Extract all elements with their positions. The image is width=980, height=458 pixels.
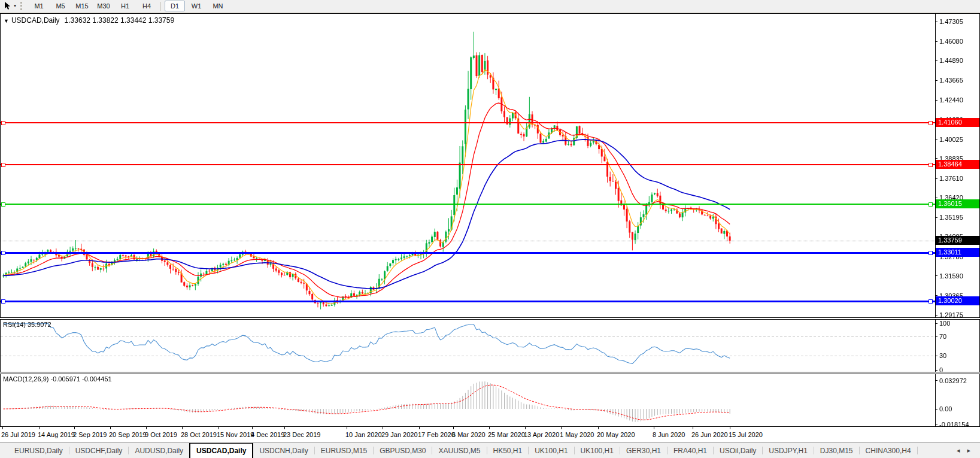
price-line-right-handle[interactable] bbox=[929, 121, 933, 125]
price-line-right-handle[interactable] bbox=[929, 163, 933, 167]
price-lines-layer: 1.410601.384641.360151.330111.300201.337… bbox=[1, 14, 979, 317]
timeframe-group: M1M5M15M30H1H4D1W1MN bbox=[28, 1, 229, 11]
macd-tick: 0.00 bbox=[935, 405, 952, 413]
rsi-canvas[interactable] bbox=[1, 320, 935, 371]
date-tick bbox=[74, 427, 75, 429]
date-label: 10 Jan 2020 bbox=[345, 431, 382, 438]
current-price-line bbox=[1, 241, 935, 241]
rsi-tick: 70 bbox=[935, 332, 946, 341]
tab-usdchf-daily[interactable]: USDCHF,Daily bbox=[69, 443, 129, 458]
timeframe-button-h4[interactable]: H4 bbox=[136, 1, 157, 11]
price-line-right-handle[interactable] bbox=[929, 251, 933, 255]
date-label: 1 May 2020 bbox=[560, 431, 594, 438]
price-line-1.41060[interactable] bbox=[1, 122, 935, 123]
price-line-1.36015[interactable] bbox=[1, 204, 935, 205]
date-label: 20 May 2020 bbox=[597, 431, 635, 438]
date-tick bbox=[383, 427, 383, 429]
chart-symbol: USDCAD,Daily bbox=[11, 16, 60, 25]
tab-dj30-m15[interactable]: DJ30,M15 bbox=[814, 443, 859, 458]
date-tick bbox=[654, 427, 654, 429]
price-line-1.30020[interactable] bbox=[1, 301, 935, 302]
price-line-1.38464[interactable] bbox=[1, 164, 935, 165]
tick-label: 0.00 bbox=[939, 405, 952, 412]
date-tick bbox=[146, 427, 147, 429]
chart-ohlc-values: 1.33632 1.33822 1.33442 1.33759 bbox=[65, 16, 175, 25]
toolbar-separator bbox=[160, 2, 161, 11]
date-tick bbox=[39, 427, 40, 429]
tab-usdcad-daily[interactable]: USDCAD,Daily bbox=[189, 443, 253, 458]
date-label: 2 Sep 2019 bbox=[73, 431, 107, 438]
toolbar-drag-handle[interactable] bbox=[20, 2, 24, 10]
tab-eurusd-daily[interactable]: EURUSD,Daily bbox=[8, 443, 69, 458]
date-tick bbox=[489, 427, 490, 429]
macd-panel: 0.0329720.00-0.018154 MACD(12,26,9) -0.0… bbox=[0, 374, 980, 427]
cursor-tool-icon[interactable] bbox=[2, 1, 14, 11]
tab-usoil-daily[interactable]: USOil,Daily bbox=[714, 443, 762, 458]
rsi-tick: 30 bbox=[935, 351, 946, 360]
date-label: 17 Feb 2020 bbox=[418, 431, 455, 438]
tick-label: 100 bbox=[939, 320, 950, 327]
date-label: 15 Jul 2020 bbox=[729, 431, 763, 438]
tick-label: 0.032972 bbox=[939, 377, 967, 384]
timeframe-button-m1[interactable]: M1 bbox=[29, 1, 49, 11]
date-axis: 26 Jul 201914 Aug 20192 Sep 201920 Sep 2… bbox=[0, 427, 980, 442]
rsi-axis-separator bbox=[935, 320, 936, 372]
main-chart-panel: 1.473051.460801.448901.436651.424401.412… bbox=[0, 13, 980, 318]
timeframe-button-w1[interactable]: W1 bbox=[186, 1, 207, 11]
date-tick bbox=[2, 427, 3, 429]
price-line-label[interactable]: 1.30020 bbox=[936, 296, 979, 305]
price-line-label[interactable]: 1.36015 bbox=[936, 199, 979, 208]
timeframe-button-m5[interactable]: M5 bbox=[50, 1, 71, 11]
timeframe-button-d1[interactable]: D1 bbox=[165, 1, 185, 11]
chart-dropdown-icon[interactable]: ▼ bbox=[4, 18, 9, 24]
tab-xauusd-m5[interactable]: XAUUSD,M5 bbox=[432, 443, 486, 458]
price-line-right-handle[interactable] bbox=[929, 202, 933, 207]
price-line-left-handle[interactable] bbox=[1, 299, 5, 304]
chart-tab-bar: ◂ ▸ EURUSD,DailyUSDCHF,DailyAUDUSD,Daily… bbox=[0, 442, 980, 458]
date-label: 9 Oct 2019 bbox=[145, 431, 177, 438]
price-line-left-handle[interactable] bbox=[1, 121, 5, 125]
macd-canvas[interactable] bbox=[1, 374, 935, 425]
date-tick bbox=[218, 427, 219, 429]
date-label: 8 Jun 2020 bbox=[653, 431, 685, 438]
price-line-left-handle[interactable] bbox=[1, 163, 5, 167]
date-label: 26 Jul 2019 bbox=[1, 431, 35, 438]
tab-uk100-h1[interactable]: UK100,H1 bbox=[529, 443, 574, 458]
price-line-label[interactable]: 1.33011 bbox=[936, 248, 979, 257]
date-tick bbox=[419, 427, 420, 429]
price-line-left-handle[interactable] bbox=[1, 251, 5, 255]
tab-ger30-h1[interactable]: GER30,H1 bbox=[620, 443, 667, 458]
date-label: 29 Jan 2020 bbox=[381, 431, 418, 438]
tab-gbpusd-m30[interactable]: GBPUSD,M30 bbox=[374, 443, 432, 458]
tab-usdcnh-daily[interactable]: USDCNH,Daily bbox=[253, 443, 314, 458]
tick-label: 70 bbox=[939, 333, 946, 340]
tab-scroll-left-icon[interactable]: ◂ bbox=[957, 447, 960, 454]
tab-usdjpy-h1[interactable]: USDJPY,H1 bbox=[763, 443, 813, 458]
tab-china300-h4[interactable]: CHINA300,H4 bbox=[860, 443, 917, 458]
price-line-right-handle[interactable] bbox=[929, 299, 933, 304]
date-tick bbox=[347, 427, 347, 429]
price-line-label[interactable]: 1.41060 bbox=[936, 118, 979, 127]
macd-label: MACD(12,26,9) -0.005971 -0.004451 bbox=[3, 375, 112, 383]
timeframe-button-m15[interactable]: M15 bbox=[72, 1, 92, 11]
price-line-left-handle[interactable] bbox=[1, 202, 5, 207]
tab-audusd-daily[interactable]: AUDUSD,Daily bbox=[129, 443, 189, 458]
price-line-1.33011[interactable] bbox=[1, 252, 935, 254]
tab-eurusd-m15[interactable]: EURUSD,M15 bbox=[315, 443, 373, 458]
tab-hk50-h1[interactable]: HK50,H1 bbox=[487, 443, 529, 458]
cursor-tool-dropdown-icon[interactable]: ▾ bbox=[14, 1, 16, 11]
date-tick bbox=[110, 427, 111, 429]
timeframe-button-m30[interactable]: M30 bbox=[93, 1, 114, 11]
macd-tick: 0.032972 bbox=[935, 377, 967, 385]
tick-label: 0 bbox=[939, 366, 943, 374]
date-tick bbox=[561, 427, 562, 429]
timeframe-button-h1[interactable]: H1 bbox=[115, 1, 135, 11]
tab-fra40-h1[interactable]: FRA40,H1 bbox=[668, 443, 713, 458]
tab-scroll-right-icon[interactable]: ▸ bbox=[967, 447, 970, 454]
date-label: 26 Jun 2020 bbox=[691, 431, 728, 438]
tab-scroll-arrows: ◂ ▸ bbox=[957, 443, 970, 458]
date-label: 25 Mar 2020 bbox=[488, 431, 525, 438]
timeframe-button-mn[interactable]: MN bbox=[208, 1, 228, 11]
tab-uk100-h1[interactable]: UK100,H1 bbox=[575, 443, 620, 458]
price-line-label[interactable]: 1.38464 bbox=[936, 160, 979, 169]
